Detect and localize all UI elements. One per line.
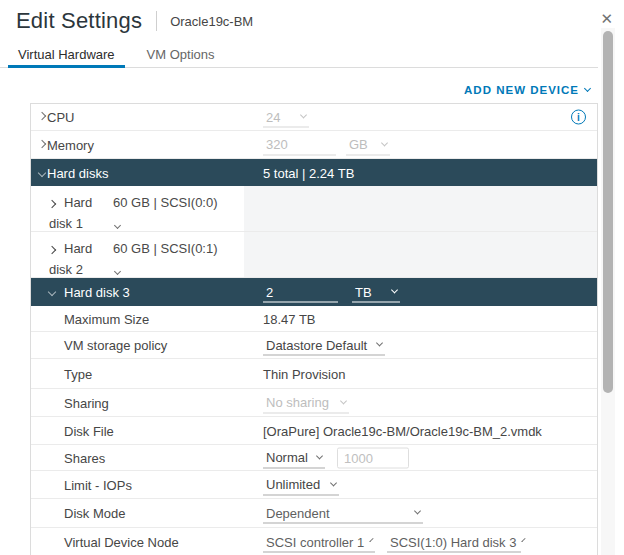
tab-bar: Virtual Hardware VM Options <box>0 44 598 68</box>
sharing-select[interactable]: No sharing <box>263 392 349 413</box>
disk-file-label: Disk File <box>64 423 114 438</box>
virtual-hardware-table: CPU 24 i Memory 320 GB Hard disks 5 tota… <box>30 103 598 555</box>
title-divider <box>156 11 157 31</box>
row-maximum-size: Maximum Size 18.47 TB <box>31 306 597 332</box>
row-type: Type Thin Provision <box>31 359 597 389</box>
disk-mode-select[interactable]: Dependent <box>263 503 423 524</box>
chevron-down-icon <box>330 479 337 486</box>
shares-level-select[interactable]: Normal <box>263 447 325 468</box>
row-disk-mode: Disk Mode Dependent <box>31 499 597 528</box>
hard-disks-label: Hard disks <box>47 165 108 180</box>
tab-vm-options[interactable]: VM Options <box>137 44 225 67</box>
dialog-header: Edit Settings Oracle19c-BM <box>16 8 253 34</box>
row-cpu: CPU 24 i <box>31 104 597 131</box>
limit-iops-label: Limit - IOPs <box>64 477 132 492</box>
limit-iops-select[interactable]: Unlimited <box>263 474 339 495</box>
disk-size-input[interactable]: 2 <box>263 282 338 303</box>
hard-disks-summary: 5 total | 2.24 TB <box>263 165 354 180</box>
hard-disk-2-summary-select[interactable]: 60 GB | SCSI(0:1) <box>113 238 253 280</box>
hard-disk-3-label: Hard disk 3 <box>64 285 130 300</box>
tab-virtual-hardware[interactable]: Virtual Hardware <box>8 44 125 67</box>
hard-disk-1-name[interactable]: Hard disk 1 <box>49 192 109 234</box>
disk-file-value: [OraPure] Oracle19c-BM/Oracle19c-BM_2.vm… <box>263 423 542 438</box>
memory-label: Memory <box>47 137 94 152</box>
maximum-size-label: Maximum Size <box>64 311 149 326</box>
row-shares: Shares Normal 1000 <box>31 445 597 471</box>
row-hard-disk-3: Hard disk 3 2 TB <box>31 278 597 306</box>
chevron-down-icon <box>584 85 591 92</box>
cpu-label: CPU <box>47 110 74 125</box>
disk-row-filler <box>244 186 597 231</box>
row-sharing: Sharing No sharing <box>31 389 597 417</box>
chevron-down-icon[interactable] <box>38 168 46 176</box>
row-memory: Memory 320 GB <box>31 131 597 159</box>
maximum-size-value: 18.47 TB <box>263 311 316 326</box>
shares-value-input[interactable]: 1000 <box>337 447 409 468</box>
disk-row-filler <box>244 232 597 277</box>
scsi-node-select[interactable]: SCSI(1:0) Hard disk 3 <box>387 532 521 553</box>
row-hard-disk-1: Hard disk 1 60 GB | SCSI(0:0) <box>31 186 597 232</box>
row-vm-storage-policy: VM storage policy Datastore Default <box>31 332 597 359</box>
shares-label: Shares <box>64 450 105 465</box>
hard-disk-1-summary-select[interactable]: 60 GB | SCSI(0:0) <box>113 192 253 234</box>
cpu-count-select[interactable]: 24 <box>263 107 309 128</box>
vm-storage-policy-label: VM storage policy <box>64 338 167 353</box>
chevron-down-icon <box>114 268 121 275</box>
close-icon[interactable]: ✕ <box>600 11 613 26</box>
type-value: Thin Provision <box>263 366 345 381</box>
chevron-right-icon[interactable] <box>48 246 56 254</box>
memory-unit-select[interactable]: GB <box>346 134 390 155</box>
row-limit-iops: Limit - IOPs Unlimited <box>31 471 597 499</box>
page-title: Edit Settings <box>16 8 142 34</box>
memory-size-input[interactable]: 320 <box>263 134 336 155</box>
sharing-label: Sharing <box>64 395 109 410</box>
chevron-down-icon <box>370 538 374 542</box>
scrollbar[interactable] <box>601 28 615 555</box>
chevron-down-icon <box>300 111 307 118</box>
disk-mode-label: Disk Mode <box>64 506 125 521</box>
vm-storage-policy-select[interactable]: Datastore Default <box>263 335 385 356</box>
add-new-device-button[interactable]: ADD NEW DEVICE <box>464 84 590 96</box>
chevron-down-icon <box>114 222 121 229</box>
chevron-down-icon <box>414 507 421 514</box>
scsi-controller-select[interactable]: SCSI controller 1 <box>263 532 375 553</box>
vm-name: Oracle19c-BM <box>170 14 253 29</box>
chevron-right-icon[interactable] <box>38 139 46 147</box>
disk-size-unit-select[interactable]: TB <box>352 282 400 303</box>
chevron-right-icon[interactable] <box>48 200 56 208</box>
row-hard-disks-header: Hard disks 5 total | 2.24 TB <box>31 159 597 186</box>
info-icon[interactable]: i <box>571 110 586 125</box>
row-hard-disk-2: Hard disk 2 60 GB | SCSI(0:1) <box>31 232 597 278</box>
chevron-right-icon[interactable] <box>38 112 46 120</box>
hard-disk-2-name[interactable]: Hard disk 2 <box>49 238 109 280</box>
chevron-down-icon <box>522 538 526 542</box>
row-disk-file: Disk File [OraPure] Oracle19c-BM/Oracle1… <box>31 417 597 445</box>
add-new-device-label: ADD NEW DEVICE <box>464 84 579 96</box>
chevron-down-icon <box>381 139 388 146</box>
chevron-down-icon <box>340 397 347 404</box>
chevron-down-icon <box>391 286 398 293</box>
row-virtual-device-node: Virtual Device Node SCSI controller 1 SC… <box>31 528 597 555</box>
type-label: Type <box>64 366 92 381</box>
virtual-device-node-label: Virtual Device Node <box>64 535 179 550</box>
chevron-down-icon <box>316 452 323 459</box>
chevron-down-icon <box>376 339 383 346</box>
scrollbar-thumb[interactable] <box>603 31 613 393</box>
chevron-down-icon[interactable] <box>48 288 56 296</box>
